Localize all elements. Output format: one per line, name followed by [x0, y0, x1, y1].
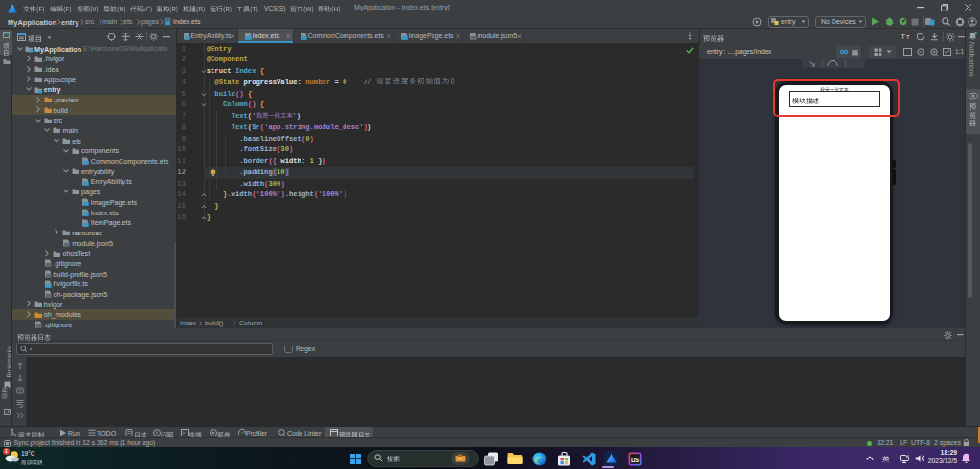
svg-text:DS: DS: [631, 457, 640, 463]
